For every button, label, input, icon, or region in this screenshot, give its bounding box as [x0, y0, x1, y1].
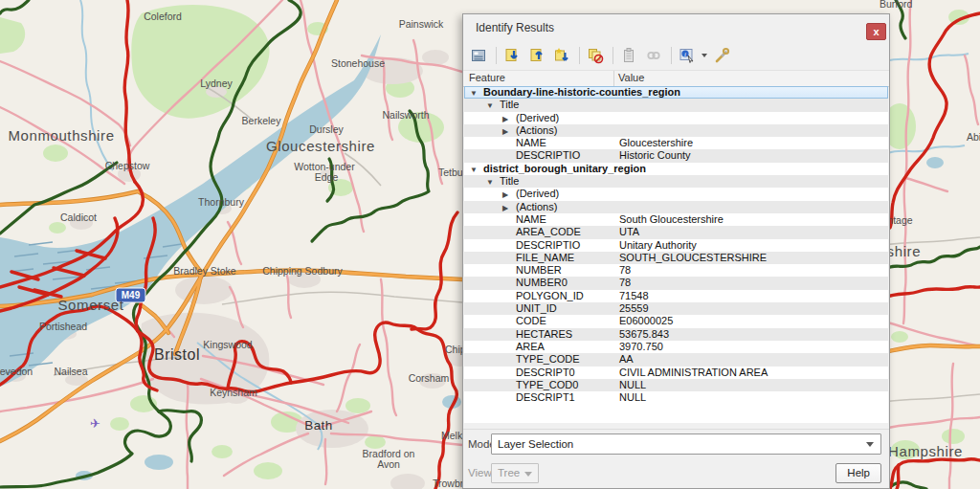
- map-label-lydney: Lydney: [200, 78, 233, 89]
- results-table-header[interactable]: Feature Value: [463, 71, 889, 87]
- feature-cell: FILE_NAME: [516, 252, 574, 264]
- tree-row[interactable]: DESCRIPTIOHistoric County: [464, 149, 888, 162]
- value-cell: SOUTH_GLOUCESTERSHIRE: [619, 252, 767, 264]
- tree-row[interactable]: AREA3970.750: [464, 341, 888, 353]
- value-cell: 25559: [619, 302, 649, 315]
- value-cell: 78: [619, 264, 631, 277]
- expander-closed-icon[interactable]: ▶: [502, 189, 508, 201]
- tree-row[interactable]: CODEE06000025: [464, 315, 888, 327]
- tree-row[interactable]: NUMBER78: [464, 264, 888, 277]
- tree-row[interactable]: UNIT_ID25559: [464, 302, 888, 315]
- value-cell: 53675.843: [619, 328, 669, 341]
- tree-row[interactable]: TYPE_CODEAA: [464, 353, 888, 366]
- expander-open-icon[interactable]: ▼: [470, 87, 478, 100]
- tree-row[interactable]: ▶(Actions): [464, 124, 888, 137]
- map-label-abingdon: Abingdon: [967, 131, 980, 143]
- map-label-clevedon: Clevedon: [0, 366, 33, 377]
- expander-open-icon[interactable]: ▼: [470, 164, 478, 176]
- tree-row[interactable]: ▶(Derived): [464, 112, 888, 124]
- feature-cell: HECTARES: [516, 328, 572, 341]
- tree-row[interactable]: ▼Title: [464, 175, 888, 188]
- map-label-avon: Avon: [377, 458, 400, 470]
- tree-row[interactable]: NAMEGloucestershire: [464, 137, 888, 149]
- map-label-chepstow: Chepstow: [105, 160, 150, 171]
- tree-row[interactable]: ▼Title: [464, 99, 888, 111]
- tree-row[interactable]: TYPE_COD0NULL: [464, 379, 888, 391]
- dialog-title: Identify Results: [476, 14, 554, 41]
- expander-open-icon[interactable]: ▼: [486, 176, 494, 189]
- dialog-titlebar[interactable]: Identify Results x: [463, 14, 889, 41]
- feature-cell: NUMBER: [516, 264, 562, 277]
- view-label: View: [468, 467, 492, 478]
- feature-cell: CODE: [516, 315, 546, 327]
- print-response-icon[interactable]: [642, 44, 665, 67]
- tree-row[interactable]: FILE_NAMESOUTH_GLOUCESTERSHIRE: [464, 252, 888, 264]
- map-label-thornbury: Thornbury: [198, 196, 245, 208]
- map-label-coleford: Coleford: [144, 11, 182, 22]
- help-button[interactable]: Help: [835, 463, 881, 483]
- tree-row[interactable]: ▶(Actions): [464, 201, 888, 213]
- identify-mode-dropdown-caret[interactable]: [702, 54, 707, 57]
- tree-row[interactable]: ▼Boundary-line-historic-counties_region: [464, 86, 888, 99]
- copy-feature-icon[interactable]: [617, 44, 640, 67]
- value-cell: South Gloucestershire: [619, 213, 724, 226]
- tree-row[interactable]: DESCRIPT0CIVIL ADMINISTRATION AREA: [464, 367, 888, 379]
- value-cell: 71548: [619, 290, 649, 302]
- map-label-painswick: Painswick: [399, 18, 444, 30]
- value-cell: AA: [619, 353, 634, 366]
- feature-cell: TYPE_CODE: [516, 353, 580, 366]
- identify-settings-icon[interactable]: [710, 44, 733, 67]
- clear-results-icon[interactable]: [584, 44, 607, 67]
- map-label-bradley-stoke: Bradley Stoke: [173, 265, 236, 277]
- map-label-bath: Bath: [304, 418, 332, 433]
- value-cell: NULL: [619, 379, 646, 391]
- value-cell: Gloucestershire: [619, 137, 693, 149]
- column-divider[interactable]: [613, 71, 614, 86]
- feature-cell: (Derived): [516, 112, 559, 124]
- feature-cell: NUMBER0: [516, 277, 568, 289]
- tree-row[interactable]: HECTARES53675.843: [464, 328, 888, 341]
- map-label-caldicot: Caldicot: [60, 211, 97, 223]
- expander-closed-icon[interactable]: ▶: [502, 202, 508, 214]
- mode-select[interactable]: Layer Selection: [491, 433, 881, 455]
- tree-row[interactable]: AREA_CODEUTA: [464, 226, 888, 238]
- map-label-kingswood: Kingswood: [203, 339, 253, 350]
- view-select[interactable]: Tree: [491, 463, 539, 483]
- mode-selected-value: Layer Selection: [492, 434, 880, 454]
- expander-closed-icon[interactable]: ▶: [502, 113, 508, 125]
- tree-row[interactable]: ▼district_borough_unitary_region: [464, 163, 888, 175]
- form-view-icon[interactable]: [467, 44, 490, 67]
- close-button[interactable]: x: [866, 23, 886, 40]
- collapse-tree-icon[interactable]: [525, 44, 548, 67]
- map-label-corsham: Corsham: [409, 372, 450, 384]
- chevron-down-icon: [524, 472, 532, 477]
- toolbar-separator: [671, 47, 672, 64]
- feature-cell: DESCRIPT0: [516, 367, 575, 379]
- identify-mode-icon[interactable]: i: [676, 44, 699, 67]
- tree-row[interactable]: DESCRIPT1NULL: [464, 391, 888, 404]
- expander-closed-icon[interactable]: ▶: [502, 125, 508, 138]
- value-cell: CIVIL ADMINISTRATION AREA: [619, 367, 768, 379]
- tree-row[interactable]: NUMBER078: [464, 277, 888, 289]
- results-tree[interactable]: ▼Boundary-line-historic-counties_region▼…: [464, 86, 888, 423]
- expander-open-icon[interactable]: ▼: [486, 100, 494, 112]
- tree-row[interactable]: NAMESouth Gloucestershire: [464, 213, 888, 226]
- value-cell: 78: [619, 277, 631, 289]
- map-label-monmouthshire: Monmouthshire: [8, 127, 114, 144]
- value-column-header[interactable]: Value: [618, 72, 644, 83]
- tree-row[interactable]: POLYGON_ID71548: [464, 290, 888, 302]
- feature-cell: POLYGON_ID: [516, 290, 584, 302]
- feature-cell: DESCRIPTIO: [516, 239, 580, 252]
- feature-column-header[interactable]: Feature: [469, 72, 505, 83]
- chevron-down-icon: [866, 442, 874, 447]
- toolbar-separator: [579, 47, 580, 64]
- expand-new-results-icon[interactable]: [550, 44, 573, 67]
- toolbar-separator: [496, 47, 497, 64]
- tree-row[interactable]: DESCRIPTIOUnitary Authority: [464, 239, 888, 252]
- tree-row[interactable]: ▶(Derived): [464, 188, 888, 200]
- value-cell: Unitary Authority: [619, 239, 697, 252]
- feature-cell: DESCRIPTIO: [516, 149, 580, 162]
- feature-cell: TYPE_COD0: [516, 379, 578, 391]
- svg-text:i: i: [684, 51, 686, 58]
- expand-tree-icon[interactable]: [501, 44, 523, 67]
